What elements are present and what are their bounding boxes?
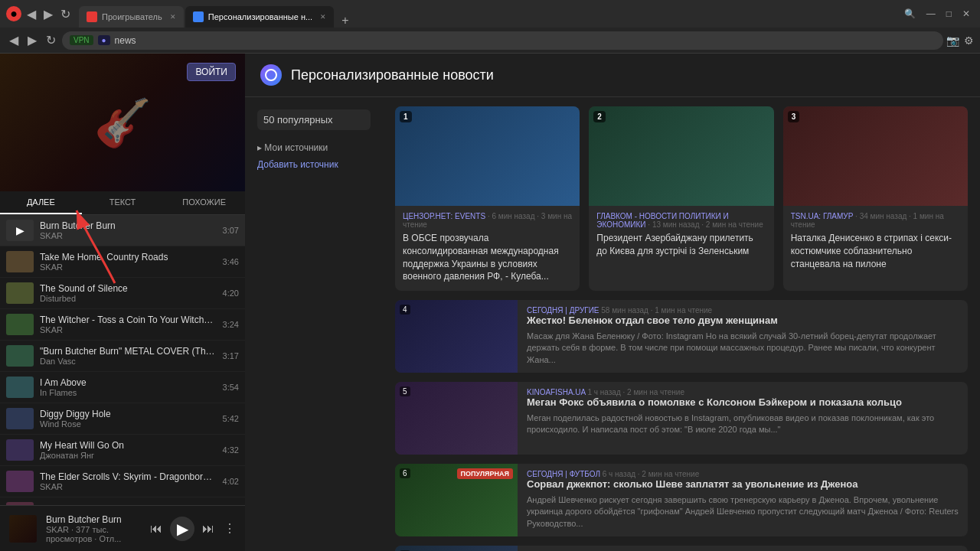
guitar-image: 🎸 (94, 96, 152, 150)
sidebar-add-source-button[interactable]: Добавить источник (257, 159, 371, 170)
sidebar-sources-button[interactable]: ▸ Мои источники (257, 142, 371, 153)
tab-news-title: Персонализированные н... (208, 12, 312, 21)
now-playing-title: Burn Butcher Burn (46, 514, 141, 525)
playlist-thumbnail (6, 471, 34, 492)
security-badge: VPN (70, 35, 93, 45)
playlist-item-duration: 4:20 (223, 289, 239, 298)
card-side-num: 6 (400, 468, 410, 478)
card-number-badge: 2 (593, 111, 606, 122)
tab-list: Проигрыватель ✕ Персонализированные н...… (79, 0, 894, 28)
card-headline: Наталка Денисенко в стрипах і секси-кост… (791, 232, 960, 270)
card-number-badge: 3 (788, 111, 800, 122)
playlist-item[interactable]: The Sound of SilenceDisturbed4:20 (0, 278, 245, 309)
news-card-wide[interactable]: 6 ПОПУЛЯРНАЯ СЕГОДНЯ | ФУТБОЛ 6 ч назад … (395, 464, 968, 536)
card-category-name: СЕГОДНЯ | ДРУГИЕ (527, 306, 599, 315)
card-body: ГЛАВКОМ - НОВОСТИ ПОЛИТИКИ И ЭКОНОМИКИ ·… (589, 206, 773, 266)
playlist-item-title: The Sound of Silence (40, 283, 217, 294)
login-button[interactable]: ВОЙТИ (187, 63, 236, 81)
playlist-item[interactable]: I Am AboveIn Flames3:54 (0, 372, 245, 403)
news-wide-cards: 4 СЕГОДНЯ | ДРУГИЕ 58 мин назад · 1 мин … (395, 300, 968, 551)
tab-player-close[interactable]: ✕ (170, 13, 176, 21)
addr-forward-button[interactable]: ▶ (24, 31, 40, 49)
card-source: ЦЕНЗОР.НЕТ: EVENTS · 6 мин назад · 3 мин… (403, 212, 572, 229)
player-tab-lyrics[interactable]: ТЕКСТ (82, 191, 164, 214)
window-minimize-button[interactable]: — (923, 7, 939, 21)
player-video-area: 🎸 ВОЙТИ (0, 54, 245, 191)
addr-settings-icon[interactable]: ⚙ (964, 34, 974, 47)
card-body: TSN.UA: ГЛАМУР · 34 мин назад · 1 мин на… (783, 206, 968, 278)
more-options-button[interactable]: ⋮ (224, 521, 236, 536)
tab-player-title: Проигрыватель (102, 12, 162, 21)
playlist-item[interactable]: "Burn Butcher Burn" METAL COVER (The Wit… (0, 341, 245, 372)
playlist-item-artist: Disturbed (40, 294, 217, 303)
window-close-button[interactable]: ✕ (959, 7, 974, 21)
window-search-icon[interactable]: 🔍 (900, 7, 920, 21)
news-card-wide[interactable]: 7 LIGA: WORLD 15 мин назад · 1 мин на чт… (395, 546, 968, 551)
tab-news-close[interactable]: ✕ (320, 13, 326, 21)
card-read-time: 58 мин назад · 1 мин на чтение (601, 306, 712, 315)
player-tab-similar[interactable]: ПОХОЖИЕ (163, 191, 245, 214)
nav-refresh-icon[interactable]: ↻ (58, 5, 73, 23)
card-headline: В ОБСЕ прозвучала консолидированная межд… (403, 232, 572, 283)
url-input-wrap[interactable]: VPN ● news (62, 31, 943, 50)
playlist-item[interactable]: My Heart Will Go OnДжонатан Янг4:32 (0, 435, 245, 466)
news-card-wide[interactable]: 4 СЕГОДНЯ | ДРУГИЕ 58 мин назад · 1 мин … (395, 300, 968, 373)
addr-refresh-button[interactable]: ↻ (43, 31, 59, 49)
next-button[interactable]: ⏭ (202, 522, 214, 536)
address-bar: ◀ ▶ ↻ VPN ● news 📷 ⚙ (0, 28, 980, 54)
news-card-top[interactable]: 3 TSN.UA: ГЛАМУР · 34 мин назад · 1 мин … (783, 106, 968, 291)
player-tab-next[interactable]: ДАЛЕЕ (0, 191, 82, 214)
playlist-item[interactable]: ▶Burn Butcher BurnSKAR3:07 (0, 215, 245, 246)
news-card-wide[interactable]: 5 KINOAFISHA.UA 1 ч назад · 2 мин на чте… (395, 382, 968, 455)
playlist-item-artist: SKAR (40, 482, 217, 491)
playlist-thumbnail (6, 251, 34, 272)
new-tab-button[interactable]: + (335, 14, 354, 28)
news-header: Персонализированные новости (245, 54, 980, 97)
addr-screenshot-icon[interactable]: 📷 (946, 34, 959, 47)
browser-badge: ● (98, 35, 110, 45)
playlist-item-duration: 3:17 (223, 351, 239, 360)
card-side-image: 5 (395, 382, 518, 455)
card-side-image: 4 (395, 300, 518, 373)
prev-button[interactable]: ⏮ (150, 522, 162, 536)
news-feed: 1 ЦЕНЗОР.НЕТ: EVENTS · 6 мин назад · 3 м… (383, 97, 980, 551)
player-bottom-bar: Burn Butcher Burn SKAR · 377 тыс. просмо… (0, 505, 245, 551)
play-pause-button[interactable]: ▶ (170, 517, 194, 541)
playlist-item[interactable]: The Witcher - Toss a Coin To Your Witche… (0, 309, 245, 341)
card-side-content: СЕГОДНЯ | ДРУГИЕ 58 мин назад · 1 мин на… (518, 300, 968, 373)
playlist-item-duration: 4:32 (223, 445, 239, 455)
card-headline: Сорвал джекпот: сколько Шеве заплатят за… (527, 478, 959, 491)
news-card-top[interactable]: 1 ЦЕНЗОР.НЕТ: EVENTS · 6 мин назад · 3 м… (395, 106, 580, 291)
playback-controls: ⏮ ▶ ⏭ (150, 517, 214, 541)
playlist-item-title: "Burn Butcher Burn" METAL COVER (The Wit… (40, 346, 217, 357)
playlist-thumbnail (6, 439, 34, 461)
tab-news[interactable]: Персонализированные н... ✕ (185, 6, 334, 28)
tab-player[interactable]: Проигрыватель ✕ (79, 6, 184, 28)
news-card-top[interactable]: 2 ГЛАВКОМ - НОВОСТИ ПОЛИТИКИ И ЭКОНОМИКИ… (589, 106, 773, 291)
card-side-image: 7 (395, 546, 518, 551)
playlist-thumbnail (6, 345, 34, 367)
addr-back-button[interactable]: ◀ (6, 31, 21, 49)
card-source-name: ЦЕНЗОР.НЕТ: EVENTS (403, 212, 485, 220)
nav-forward-icon[interactable]: ▶ (41, 5, 55, 23)
playlist-item-title: My Heart Will Go On (40, 440, 217, 451)
browser-left-controls: ● ◀ ▶ ↻ (0, 5, 79, 23)
playlist-item[interactable]: The Elder Scrolls V: Skyrim - Dragonborn… (0, 466, 245, 497)
playlist-item-artist: Dan Vasc (40, 357, 217, 366)
tab-player-favicon (87, 11, 97, 22)
news-logo-inner (265, 69, 277, 81)
sidebar-popular-button[interactable]: 50 популярных (257, 109, 371, 130)
music-player-panel: 🎸 ВОЙТИ ДАЛЕЕ ТЕКСТ ПОХОЖИЕ ▶Burn (0, 54, 245, 551)
window-maximize-button[interactable]: □ (942, 7, 956, 21)
playlist-item-artist: SKAR (40, 262, 217, 272)
browser-menu-button[interactable]: ● (6, 6, 21, 21)
playlist-item-info: Diggy Diggy HoleWind Rose (40, 409, 217, 429)
playlist-item[interactable]: Diggy Diggy HoleWind Rose5:42 (0, 403, 245, 435)
nav-back-icon[interactable]: ◀ (24, 5, 38, 23)
browser-menu-icon: ● (10, 7, 18, 21)
playlist-item-artist: Джонатан Янг (40, 451, 217, 460)
playlist-item[interactable]: Take Me Home, Country RoadsSKAR3:46 (0, 246, 245, 278)
card-description: Масаж для Жана Беленюку / Фото: Instagra… (527, 331, 959, 366)
card-side-image: 6 ПОПУЛЯРНАЯ (395, 464, 518, 536)
playlist-item[interactable]: "The Song Of The White Wolf" METAL COVER… (0, 497, 245, 505)
